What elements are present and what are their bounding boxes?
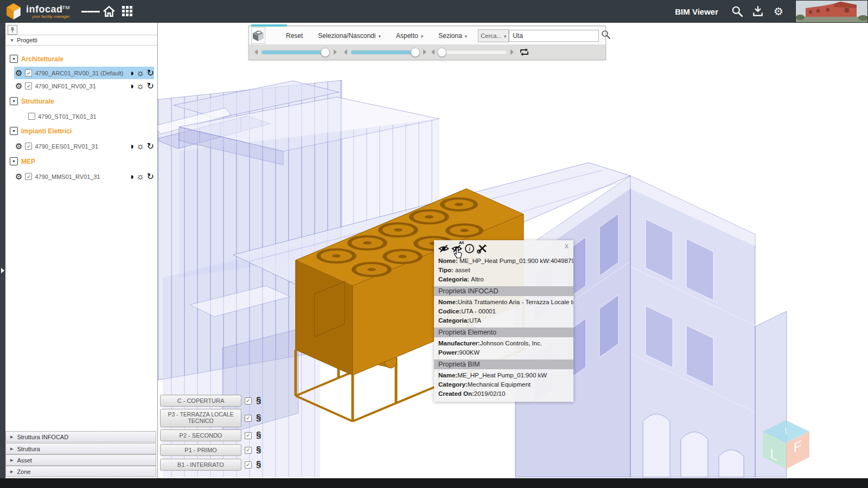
tree-item-mms01[interactable]: ⚙ 4790_MMS01_RV01_31 ◑ ☼ ↻	[14, 170, 154, 183]
accordion-struttura[interactable]: ▶ Struttura	[5, 443, 156, 454]
seziona-dropdown[interactable]: Seziona	[431, 32, 475, 40]
view-cube-button[interactable]	[251, 27, 265, 44]
floor-button-primo[interactable]: P1 - PRIMO	[160, 444, 241, 456]
floor-checkbox[interactable]	[245, 415, 252, 422]
infocad-logo[interactable]: infocadFM your facility manager	[4, 3, 74, 20]
refresh-icon[interactable]	[519, 47, 529, 59]
section-symbol[interactable]: §	[256, 430, 261, 441]
section-symbol[interactable]: §	[256, 395, 261, 406]
expand-arrow-icon[interactable]	[1, 268, 4, 273]
floor-checkbox[interactable]	[245, 461, 252, 468]
section-symbol[interactable]: §	[256, 445, 261, 455]
collapse-toggle[interactable]: ▾	[10, 157, 18, 165]
model-gear-icon[interactable]: ⚙	[15, 142, 22, 150]
viewer-search-input[interactable]	[509, 30, 599, 42]
contrast-icon[interactable]: ◑	[129, 172, 134, 181]
prop-infocad-nome: Nome:Unità Trattamento Aria - Terrazza L…	[434, 298, 573, 307]
tree-item-arc01[interactable]: ⚙ 4790_ARC01_RV00_31 (Default) ◑ ☼ ↻	[14, 67, 154, 79]
slider-right-arrow[interactable]	[334, 49, 337, 55]
accordion-struttura-infocad[interactable]: ▶ Struttura INFOCAD	[5, 431, 156, 442]
panel-header-progetti[interactable]: ▼ Progetti	[5, 35, 157, 46]
model-gear-icon[interactable]: ⚙	[15, 172, 22, 181]
download-icon[interactable]	[749, 0, 767, 23]
model-checkbox[interactable]	[28, 113, 35, 120]
slider-thumb[interactable]	[321, 48, 330, 57]
model-checkbox[interactable]	[25, 82, 32, 89]
prop-infocad-codice: Codice:UTA - 00001	[434, 307, 573, 316]
home-icon[interactable]	[100, 0, 118, 23]
apps-grid-icon[interactable]	[118, 0, 137, 23]
site-photo-thumbnail[interactable]	[795, 0, 868, 23]
section-plane-slider[interactable]	[431, 48, 518, 56]
rotate-icon[interactable]: ↻	[147, 69, 154, 78]
search-scope-dropdown[interactable]: Cerca...	[478, 29, 509, 42]
brightness-icon[interactable]: ☼	[136, 142, 145, 151]
pin-panel-button[interactable]	[8, 25, 17, 35]
floor-button-secondo[interactable]: P2 - SECONDO	[160, 429, 241, 441]
floor-button-interrato[interactable]: B1 - INTERRATO	[160, 459, 241, 471]
model-opacity-slider-2[interactable]	[344, 48, 431, 56]
slider-left-arrow[interactable]	[431, 49, 435, 55]
tree-item-st01[interactable]: 4790_ST01_TK01_31	[27, 110, 154, 123]
hide-element-icon[interactable]	[438, 244, 449, 254]
group-label[interactable]: Strutturale	[21, 98, 54, 105]
section-symbol[interactable]: §	[256, 413, 261, 423]
slider-left-arrow[interactable]	[254, 49, 258, 55]
collapse-toggle[interactable]: ▾	[10, 127, 18, 135]
search-icon[interactable]	[728, 0, 746, 23]
chevron-down-icon: ▼	[10, 38, 14, 43]
model-gear-icon[interactable]: ⚙	[15, 82, 22, 90]
prop-power: Power:900KW	[434, 348, 573, 357]
brand-tagline: your facility manager	[26, 15, 70, 19]
floor-button-terrazza[interactable]: P3 - TERRAZZA LOCALE TECNICO	[160, 409, 241, 427]
floor-button-copertura[interactable]: C - COPERTURA	[160, 395, 241, 407]
collapse-toggle[interactable]: ▾	[10, 97, 18, 105]
aspetto-dropdown[interactable]: Aspetto	[388, 32, 431, 40]
slider-thumb[interactable]	[411, 48, 420, 57]
settings-gear-icon[interactable]: ⚙	[769, 0, 788, 23]
group-label[interactable]: MEP	[21, 158, 35, 165]
rotate-icon[interactable]: ↻	[147, 172, 154, 181]
accordion-asset[interactable]: ▶ Asset	[5, 454, 156, 466]
contrast-icon[interactable]: ◑	[129, 142, 134, 151]
menu-icon[interactable]	[81, 0, 100, 23]
tree-group-strutturale: ▾ Strutturale	[10, 97, 54, 106]
tree-item-ees01[interactable]: ⚙ 4790_EES01_RV01_31 ◑ ☼ ↻	[14, 140, 154, 152]
panel-collapse-strip[interactable]	[0, 23, 5, 478]
group-label[interactable]: Impianti Elettrici	[21, 127, 72, 135]
tree-group-impianti: ▾ Impianti Elettrici	[10, 126, 72, 136]
model-opacity-slider-1[interactable]	[254, 48, 341, 56]
contrast-icon[interactable]: ◑	[129, 82, 134, 91]
seleziona-nascondi-dropdown[interactable]: Seleziona/Nascondi	[310, 32, 388, 40]
prop-tipo: Tipo: asset	[434, 266, 573, 275]
close-icon[interactable]: X	[565, 243, 569, 249]
rotate-icon[interactable]: ↻	[147, 82, 154, 91]
accordion-zone[interactable]: ▶ Zone	[5, 466, 156, 477]
tools-icon[interactable]	[477, 244, 488, 255]
floor-checkbox[interactable]	[245, 432, 252, 439]
collapse-toggle[interactable]: ▾	[10, 55, 18, 63]
reset-button[interactable]: Reset	[278, 32, 310, 40]
viewer-search-icon[interactable]	[601, 30, 611, 42]
brightness-icon[interactable]: ☼	[136, 81, 145, 91]
tree-item-inf01[interactable]: ⚙ 4790_INF01_RV00_31 ◑ ☼ ↻	[14, 80, 154, 92]
rotate-icon[interactable]: ↻	[147, 142, 154, 151]
brightness-icon[interactable]: ☼	[136, 172, 145, 181]
model-checkbox[interactable]	[25, 143, 32, 150]
model-checkbox[interactable]	[25, 173, 32, 180]
slider-right-arrow[interactable]	[510, 49, 514, 55]
prop-bim-category: Category:Mechanical Equipment	[434, 380, 573, 389]
tree-group-mep: ▾ MEP	[10, 157, 35, 166]
slider-thumb[interactable]	[437, 48, 446, 57]
floor-checkbox[interactable]	[245, 447, 252, 454]
section-symbol[interactable]: §	[256, 459, 261, 470]
model-checkbox[interactable]	[25, 69, 32, 76]
model-gear-icon[interactable]: ⚙	[15, 69, 22, 77]
group-label[interactable]: Architetturale	[21, 55, 63, 63]
floor-checkbox[interactable]	[245, 397, 252, 404]
info-icon[interactable]: i	[464, 243, 475, 255]
slider-left-arrow[interactable]	[344, 49, 347, 55]
brightness-icon[interactable]: ☼	[136, 68, 145, 78]
slider-right-arrow[interactable]	[423, 49, 426, 55]
contrast-icon[interactable]: ◑	[129, 69, 134, 78]
